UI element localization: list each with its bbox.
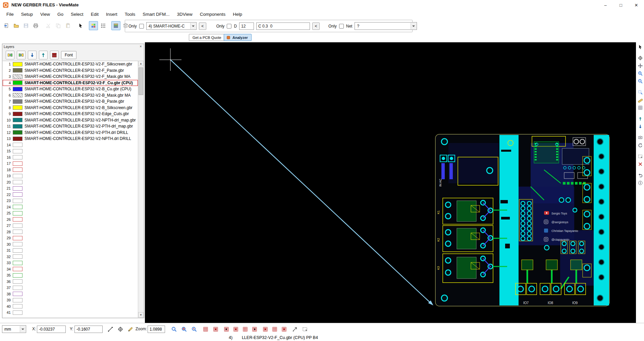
layer-color-swatch[interactable] <box>13 273 22 278</box>
print-icon[interactable] <box>31 21 40 30</box>
scroll-down-icon[interactable]: ▼ <box>138 312 144 318</box>
layer-color-swatch[interactable] <box>13 75 22 79</box>
layer-list-scrollbar[interactable]: ▲ ▼ <box>138 61 144 318</box>
swap-layer-left-icon[interactable] <box>6 51 14 59</box>
layer-row-25[interactable]: 25 <box>3 210 138 216</box>
maximize-button[interactable]: □ <box>613 0 629 10</box>
layer-row-12[interactable]: 12SMART-HOME-CONTROLLER-ESP32-V2-PTH.drl… <box>3 130 138 136</box>
select-window-icon[interactable] <box>637 153 644 160</box>
layer-row-1[interactable]: 1SMART-HOME-CONTROLLER-ESP32-V2-F_Silksc… <box>3 61 138 67</box>
layer-row-35[interactable]: 35 <box>3 272 138 279</box>
layer-color-swatch[interactable] <box>13 62 22 66</box>
gerber-canvas[interactable]: Sergio Toys @sergiotoys Christian Tapaya… <box>145 42 636 323</box>
layer-up-icon[interactable] <box>637 115 644 122</box>
layer-color-swatch[interactable] <box>13 236 22 240</box>
pcb-quote-button[interactable]: Get a PCB Quote <box>189 34 225 41</box>
dcode-dots-icon[interactable] <box>99 21 108 30</box>
undo-action-icon[interactable] <box>637 172 644 179</box>
only-dcode-checkbox[interactable] <box>139 24 144 29</box>
view-pads-2-icon[interactable] <box>211 325 220 334</box>
layer-colors-icon[interactable] <box>111 21 120 30</box>
open-file-icon[interactable] <box>12 21 21 30</box>
prev-item-icon[interactable] <box>231 325 240 334</box>
view-pads-1-icon[interactable] <box>201 325 210 334</box>
layer-row-39[interactable]: 39 <box>3 297 138 303</box>
only-d-checkbox[interactable] <box>227 24 231 29</box>
layer-row-22[interactable]: 22 <box>3 192 138 198</box>
layer-color-swatch[interactable] <box>13 167 22 172</box>
layer-row-16[interactable]: 16 <box>3 154 138 161</box>
layer-color-swatch[interactable] <box>13 137 22 141</box>
layer-color-swatch[interactable] <box>13 180 22 184</box>
layer-row-14[interactable]: 14 <box>3 142 138 148</box>
layer-color-swatch[interactable] <box>13 112 22 116</box>
layer-row-6[interactable]: 6SMART-HOME-CONTROLLER-ESP32-V2-B_Mask.g… <box>3 92 138 99</box>
layer-color-swatch[interactable] <box>13 186 22 191</box>
layer-row-18[interactable]: 18 <box>3 167 138 173</box>
highlight-dcode-icon[interactable] <box>280 325 288 334</box>
d-number-field[interactable]: 12 <box>239 22 254 30</box>
zoom-out-icon[interactable] <box>637 78 644 85</box>
prev-dcode-icon[interactable] <box>261 325 270 334</box>
pointer-icon[interactable] <box>637 44 644 50</box>
close-icon[interactable]: × <box>139 44 143 49</box>
next-dcode-icon[interactable] <box>270 325 279 334</box>
grid-toggle-icon[interactable] <box>637 104 644 111</box>
zoom-in-icon[interactable] <box>637 70 644 77</box>
layer-row-29[interactable]: 29 <box>3 235 138 241</box>
layer-row-15[interactable]: 15 <box>3 148 138 154</box>
last-item-icon[interactable] <box>250 325 259 334</box>
layer-row-13[interactable]: 13SMART-HOME-CONTROLLER-ESP32-V2-NPTH.dr… <box>3 136 138 142</box>
layers-panel-header[interactable]: Layers × <box>2 44 144 49</box>
aperture-info-field[interactable]: C 0.3 0 <box>256 22 310 30</box>
menu-components[interactable]: Components <box>196 10 229 19</box>
layer-color-swatch[interactable] <box>13 155 22 159</box>
layer-color-swatch[interactable] <box>13 267 22 271</box>
layer-color-swatch[interactable] <box>13 211 22 215</box>
layer-color-swatch[interactable] <box>13 254 22 259</box>
layer-color-swatch[interactable] <box>13 199 22 203</box>
layer-color-swatch[interactable] <box>13 174 22 178</box>
draw-line-tool-icon[interactable] <box>106 325 115 334</box>
crosshair-icon[interactable] <box>637 55 644 61</box>
layer-color-swatch[interactable] <box>13 81 22 85</box>
net-select[interactable]: ? <box>355 22 417 30</box>
layer-color-swatch[interactable] <box>13 286 22 290</box>
move-layer-down-icon[interactable] <box>28 51 37 59</box>
layer-row-23[interactable]: 23 <box>3 198 138 204</box>
flip-view-icon[interactable] <box>637 134 644 141</box>
import-file-icon[interactable] <box>2 21 11 30</box>
layer-color-swatch[interactable] <box>13 242 22 246</box>
dcode-select[interactable]: 4) SMART-HOME-C <box>146 22 197 30</box>
menu-setup[interactable]: Setup <box>17 10 37 19</box>
layer-color-swatch[interactable] <box>13 248 22 253</box>
select-area-icon[interactable] <box>301 325 309 334</box>
set-origin-icon[interactable] <box>116 325 125 334</box>
layer-row-2[interactable]: 2SMART-HOME-CONTROLLER-ESP32-V2-F_Paste.… <box>3 67 138 74</box>
layer-color-swatch[interactable] <box>13 124 22 129</box>
layer-row-40[interactable]: 40 <box>3 303 138 310</box>
dcode-table-icon[interactable] <box>89 21 98 30</box>
layer-row-36[interactable]: 36 <box>3 279 138 285</box>
zoom-select-icon[interactable] <box>170 325 178 334</box>
move-layer-up-icon[interactable] <box>39 51 48 59</box>
scrollbar-thumb[interactable] <box>139 67 143 95</box>
layer-row-33[interactable]: 33 <box>3 260 138 266</box>
layer-color-swatch[interactable] <box>13 105 22 110</box>
only-net-checkbox[interactable] <box>339 24 344 29</box>
layer-color-swatch[interactable] <box>13 87 22 91</box>
layer-row-28[interactable]: 28 <box>3 229 138 235</box>
pan-icon[interactable] <box>637 62 644 69</box>
measure-icon[interactable] <box>637 97 644 103</box>
zoom-field[interactable]: 1.0898 <box>148 326 165 333</box>
layer-row-26[interactable]: 26 <box>3 216 138 223</box>
menu-smart-dfm[interactable]: Smart DFM... <box>139 10 173 19</box>
layer-color-swatch[interactable] <box>13 68 22 72</box>
layer-row-31[interactable]: 31 <box>3 247 138 254</box>
menu-insert[interactable]: Insert <box>102 10 121 19</box>
menu-3dview[interactable]: 3DView <box>173 10 196 19</box>
layer-color-swatch[interactable] <box>13 149 22 153</box>
all-layers-icon[interactable] <box>50 51 59 59</box>
layer-row-37[interactable]: 37 <box>3 285 138 291</box>
layer-color-swatch[interactable] <box>13 292 22 296</box>
